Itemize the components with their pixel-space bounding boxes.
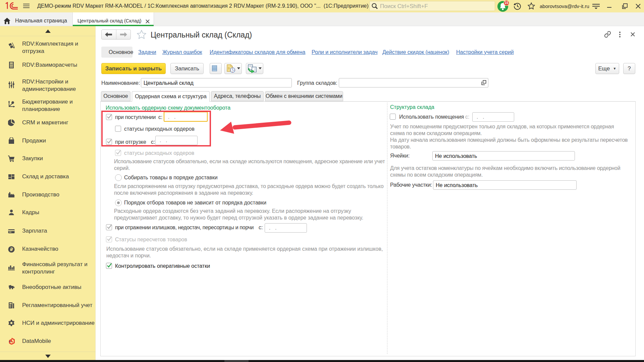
svg-text:₽: ₽ <box>10 247 13 252</box>
svg-text:15: 15 <box>504 1 508 5</box>
svg-text:₽: ₽ <box>12 102 13 104</box>
svg-text:m: m <box>9 340 11 343</box>
